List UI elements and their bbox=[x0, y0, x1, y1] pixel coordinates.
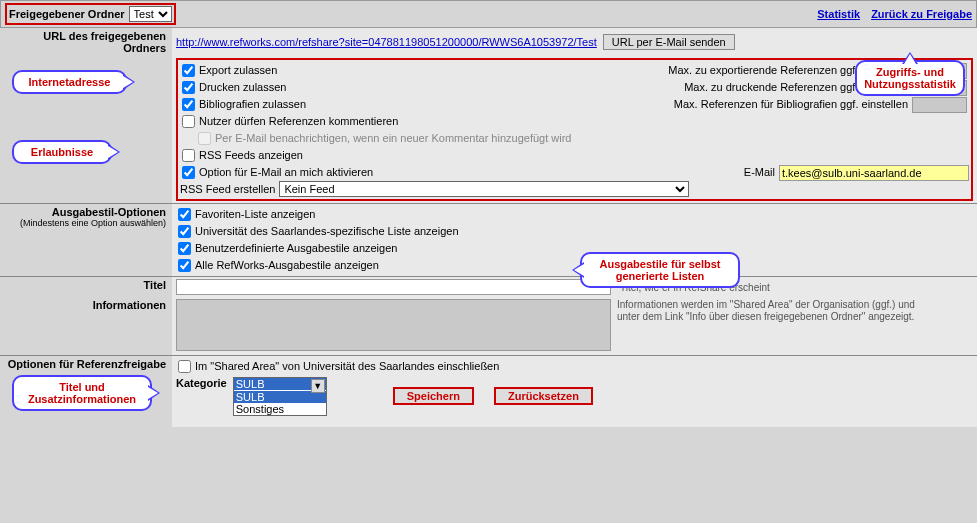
comment-label: Nutzer dürfen Referenzen kommentieren bbox=[199, 113, 398, 130]
rss-feed-select[interactable]: Kein Feed bbox=[279, 181, 689, 197]
url-label: URL des freigegebenen Ordners bbox=[0, 28, 172, 56]
folder-select[interactable]: Test bbox=[129, 6, 172, 22]
folder-label: Freigegebener Ordner bbox=[9, 8, 125, 20]
kat-option-sonstiges[interactable]: Sonstiges bbox=[234, 403, 326, 415]
share-url[interactable]: http://www.refworks.com/refshare?site=04… bbox=[176, 36, 597, 48]
print-check[interactable] bbox=[182, 81, 195, 94]
export-label: Export zulassen bbox=[199, 62, 277, 79]
kategorie-label: Kategorie bbox=[176, 377, 227, 389]
styles-label: Ausgabestil-Optionen (Mindestens eine Op… bbox=[0, 204, 172, 276]
chevron-down-icon[interactable]: ▼ bbox=[311, 379, 325, 393]
callout-internetadresse: Internetadresse bbox=[12, 70, 127, 94]
rss-show-label: RSS Feeds anzeigen bbox=[199, 147, 303, 164]
email-field-label: E-Mail bbox=[744, 164, 775, 181]
biblio-max-label: Max. Referenzen für Bibliografien ggf. e… bbox=[410, 96, 908, 113]
print-label: Drucken zulassen bbox=[199, 79, 286, 96]
rss-create-label: RSS Feed erstellen bbox=[180, 183, 275, 195]
top-links: Statistik Zurück zu Freigabe bbox=[809, 8, 972, 20]
rss-show-check[interactable] bbox=[182, 149, 195, 162]
shared-area-check[interactable] bbox=[178, 360, 191, 373]
callout-erlaubnisse: Erlaubnisse bbox=[12, 140, 112, 164]
info-textarea[interactable] bbox=[176, 299, 611, 351]
kategorie-select[interactable]: SULB ▼ SULB Sonstiges bbox=[233, 377, 327, 416]
email-notify-check bbox=[198, 132, 211, 145]
biblio-check[interactable] bbox=[182, 98, 195, 111]
fav-label: Favoriten-Liste anzeigen bbox=[195, 206, 315, 223]
biblio-label: Bibliografien zulassen bbox=[199, 96, 306, 113]
reset-button[interactable]: Zurücksetzen bbox=[494, 387, 593, 405]
stats-link[interactable]: Statistik bbox=[817, 8, 860, 20]
titel-input[interactable] bbox=[176, 279, 611, 295]
custom-label: Benutzerdefinierte Ausgabestile anzeigen bbox=[195, 240, 397, 257]
permissions-box: Export zulassen Drucken zulassen Bibliog… bbox=[176, 58, 973, 201]
print-max-label: Max. zu druckende Referenzen ggf. einste… bbox=[410, 79, 908, 96]
shared-area-label: Im "Shared Area" von Universität des Saa… bbox=[195, 358, 499, 375]
callout-zugriff: Zugriffs- und Nutzungsstatistik bbox=[855, 60, 965, 96]
email-notify-label: Per E-Mail benachrichtigen, wenn ein neu… bbox=[215, 130, 571, 147]
send-url-button[interactable]: URL per E-Mail senden bbox=[603, 34, 735, 50]
info-hint: Informationen werden im "Shared Area" de… bbox=[617, 299, 937, 323]
save-button[interactable]: Speichern bbox=[393, 387, 474, 405]
email-opt-label: Option für E-Mail an mich aktivieren bbox=[199, 164, 373, 181]
all-check[interactable] bbox=[178, 259, 191, 272]
comment-check[interactable] bbox=[182, 115, 195, 128]
uni-check[interactable] bbox=[178, 225, 191, 238]
callout-ausgabestile: Ausgabestile für selbst generierte Liste… bbox=[580, 252, 740, 288]
export-max-label: Max. zu exportierende Referenzen ggf. ei… bbox=[410, 62, 908, 79]
biblio-max-input[interactable] bbox=[912, 97, 967, 113]
titel-label: Titel bbox=[0, 277, 172, 297]
email-opt-check[interactable] bbox=[182, 166, 195, 179]
export-check[interactable] bbox=[182, 64, 195, 77]
styles-sub: (Mindestens eine Option auswählen) bbox=[2, 218, 166, 228]
back-link[interactable]: Zurück zu Freigabe bbox=[871, 8, 972, 20]
folder-selector-box: Freigegebener Ordner Test bbox=[5, 3, 176, 25]
all-label: Alle RefWorks-Ausgabestile anzeigen bbox=[195, 257, 379, 274]
top-bar: Freigegebener Ordner Test Statistik Zurü… bbox=[0, 0, 977, 28]
uni-label: Universität des Saarlandes-spezifische L… bbox=[195, 223, 459, 240]
fav-check[interactable] bbox=[178, 208, 191, 221]
custom-check[interactable] bbox=[178, 242, 191, 255]
email-input[interactable] bbox=[779, 165, 969, 181]
info-label: Informationen bbox=[0, 297, 172, 355]
callout-titelinfo: Titel und Zusatzinformationen bbox=[12, 375, 152, 411]
